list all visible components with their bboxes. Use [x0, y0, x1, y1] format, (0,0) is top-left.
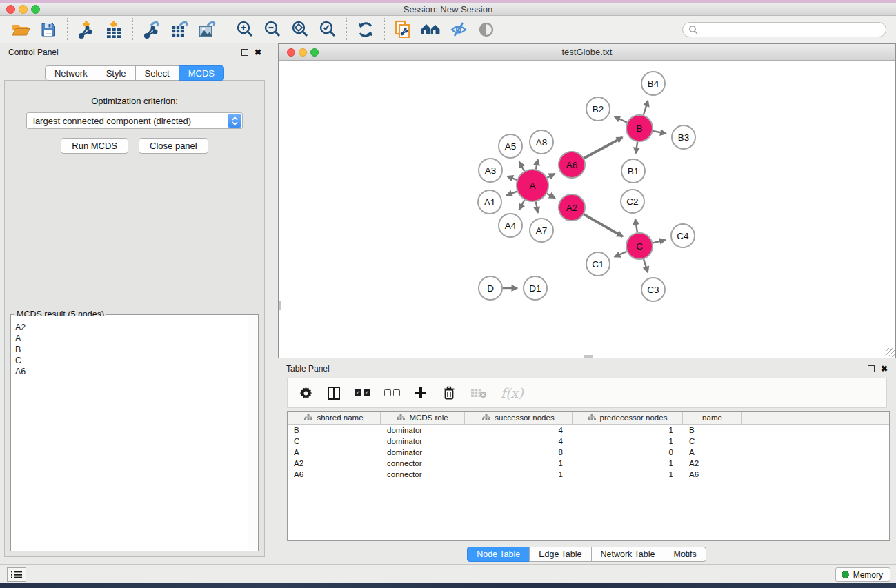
graph-edge[interactable] — [635, 219, 637, 233]
gear-icon[interactable] — [299, 386, 313, 401]
graph-edge[interactable] — [536, 159, 538, 169]
columns-icon[interactable] — [327, 386, 341, 401]
column-header-successor-nodes[interactable]: successor nodes — [465, 412, 573, 424]
search-input[interactable] — [698, 25, 880, 34]
graph-node-A5[interactable]: A5 — [499, 134, 522, 158]
zoom-selected-icon[interactable] — [314, 18, 341, 41]
graph-edge[interactable] — [519, 162, 525, 171]
graph-node-A1[interactable]: A1 — [478, 190, 501, 214]
zoom-in-icon[interactable] — [231, 18, 259, 41]
import-network-icon[interactable] — [72, 18, 100, 41]
close-panel-icon[interactable]: ✖ — [255, 49, 261, 56]
export-table-icon[interactable] — [166, 18, 193, 41]
graph-edge[interactable] — [547, 174, 555, 178]
zoom-out-icon[interactable] — [259, 18, 286, 41]
tab-network-table[interactable]: Network Table — [591, 547, 665, 562]
import-table-icon[interactable] — [100, 18, 128, 41]
add-column-icon[interactable] — [414, 386, 428, 400]
tab-edge-table[interactable]: Edge Table — [529, 547, 591, 562]
horizontal-scroll-nub[interactable] — [584, 355, 593, 358]
graph-node-D1[interactable]: D1 — [524, 276, 547, 300]
graph-node-C3[interactable]: C3 — [641, 278, 665, 301]
column-header-shared-name[interactable]: shared name — [288, 412, 381, 424]
mcds-result-list[interactable]: A2ABCA6 — [12, 316, 248, 550]
graph-edge[interactable] — [615, 116, 627, 123]
graph-node-B1[interactable]: B1 — [621, 159, 645, 183]
column-header-name[interactable]: name — [683, 412, 742, 424]
close-panel-icon[interactable]: ✖ — [881, 365, 888, 372]
graph-node-D[interactable]: D — [479, 276, 502, 300]
criterion-select[interactable]: largest connected component (directed) — [26, 112, 243, 129]
graph-node-C2[interactable]: C2 — [621, 190, 644, 213]
result-list-item[interactable]: A — [15, 333, 248, 344]
graph-edge[interactable] — [519, 200, 525, 210]
save-session-icon[interactable] — [34, 18, 62, 41]
result-list-item[interactable]: B — [15, 344, 248, 355]
table-row[interactable]: Bdominator41B — [288, 425, 889, 436]
graph-edge[interactable] — [506, 192, 517, 196]
graph-node-C4[interactable]: C4 — [671, 224, 695, 247]
graph-node-B3[interactable]: B3 — [672, 125, 695, 149]
result-list-item[interactable]: C — [15, 355, 248, 366]
tab-motifs[interactable]: Motifs — [664, 547, 706, 562]
graph-edge[interactable] — [644, 259, 648, 272]
graph-node-C[interactable]: C — [626, 233, 653, 259]
graph-node-A7[interactable]: A7 — [530, 219, 553, 242]
result-list-item[interactable]: A2 — [15, 322, 248, 333]
graph-edge[interactable] — [584, 137, 623, 158]
deselect-all-checkboxes-icon[interactable] — [384, 389, 400, 396]
refresh-layout-icon[interactable] — [352, 18, 379, 41]
open-session-icon[interactable] — [7, 18, 34, 41]
graph-edge[interactable] — [615, 252, 627, 257]
graph-node-B2[interactable]: B2 — [586, 97, 610, 121]
column-header-MCDS-role[interactable]: MCDS role — [381, 412, 465, 424]
result-scrollbar[interactable] — [248, 316, 257, 550]
graph-node-A8[interactable]: A8 — [530, 130, 553, 154]
task-history-button[interactable] — [7, 567, 26, 582]
node-table[interactable]: shared nameMCDS rolesuccessor nodesprede… — [287, 411, 890, 541]
export-network-icon[interactable] — [138, 18, 166, 41]
graph-edge[interactable] — [653, 240, 665, 243]
tab-mcds[interactable]: MCDS — [179, 65, 224, 81]
graph-node-A6[interactable]: A6 — [559, 152, 585, 178]
table-row[interactable]: Adominator80A — [288, 447, 889, 458]
graph-edge[interactable] — [636, 142, 637, 153]
float-panel-icon[interactable] — [241, 49, 248, 56]
vertical-scroll-nub[interactable] — [279, 301, 281, 310]
export-image-icon[interactable] — [193, 18, 221, 41]
delete-column-icon[interactable] — [441, 385, 457, 401]
network-canvas[interactable]: B4B2BB3A5A8A6A3AB1A1A2C2A4A7C4CC1DD1C3 — [279, 61, 895, 358]
graph-edge[interactable] — [584, 214, 622, 236]
table-row[interactable]: A6connector11A6 — [288, 469, 889, 480]
graph-node-B4[interactable]: B4 — [641, 72, 665, 95]
search-field[interactable] — [682, 22, 886, 37]
zoom-fit-icon[interactable] — [286, 18, 314, 41]
graph-node-A3[interactable]: A3 — [479, 159, 502, 182]
tab-network[interactable]: Network — [45, 65, 97, 81]
run-mcds-button[interactable]: Run MCDS — [61, 138, 128, 154]
select-all-checkboxes-icon[interactable]: ✓✓ — [355, 389, 370, 396]
graph-edge[interactable] — [644, 101, 648, 115]
graph-node-A[interactable]: A — [517, 170, 548, 201]
birds-eye-icon[interactable] — [472, 18, 500, 41]
graph-edge[interactable] — [536, 202, 538, 213]
table-row[interactable]: A2connector11A2 — [288, 458, 889, 469]
tab-select[interactable]: Select — [135, 65, 179, 81]
table-row[interactable]: Cdominator41C — [288, 436, 889, 447]
clone-network-icon[interactable] — [390, 18, 417, 41]
close-panel-button[interactable]: Close panel — [139, 138, 208, 154]
memory-button[interactable]: Memory — [835, 567, 890, 582]
graph-edge[interactable] — [653, 131, 666, 134]
graph-edge[interactable] — [507, 176, 517, 180]
tab-node-table[interactable]: Node Table — [467, 547, 530, 562]
graph-node-B[interactable]: B — [626, 115, 653, 141]
graph-edge[interactable] — [547, 194, 555, 199]
tab-style[interactable]: Style — [97, 65, 136, 81]
graph-node-A4[interactable]: A4 — [499, 214, 522, 237]
resize-grip[interactable] — [886, 348, 895, 357]
hide-details-icon[interactable] — [445, 18, 472, 41]
float-panel-icon[interactable] — [868, 365, 875, 372]
graph-node-A2[interactable]: A2 — [559, 194, 585, 221]
result-list-item[interactable]: A6 — [15, 366, 248, 377]
home-views-icon[interactable] — [417, 18, 445, 41]
